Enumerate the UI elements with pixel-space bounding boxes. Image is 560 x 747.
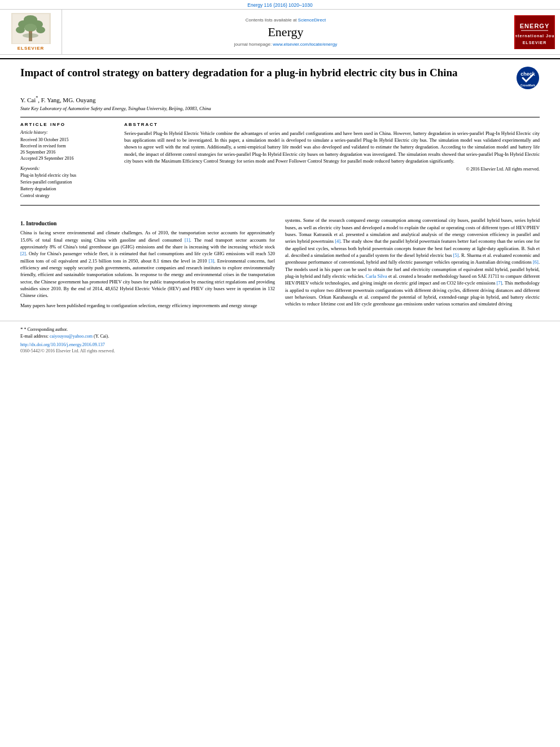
issn-line: 0360-5442/© 2016 Elsevier Ltd. All right… bbox=[20, 348, 540, 353]
keywords-label: Keywords: bbox=[20, 166, 115, 171]
page: Energy 116 (2016) 1020–1030 bbox=[0, 0, 560, 357]
ref-2[interactable]: [2] bbox=[20, 251, 26, 256]
accepted: Accepted 29 September 2016 bbox=[20, 155, 115, 161]
svg-point-5 bbox=[24, 24, 37, 32]
elsevier-tree-image bbox=[11, 13, 51, 44]
received-1: Received 30 October 2015 bbox=[20, 137, 115, 143]
right-para-1: systems. Some of the research compared e… bbox=[285, 217, 540, 307]
body-content: 1. Introduction China is facing severe e… bbox=[0, 217, 560, 318]
homepage-label: journal homepage: bbox=[234, 42, 272, 47]
journal-center: Contents lists available at ScienceDirec… bbox=[62, 10, 509, 54]
svg-text:ENERGY: ENERGY bbox=[520, 23, 549, 29]
email-line: E-mail address: caiyouyou@yahoo.com (Y. … bbox=[20, 333, 540, 340]
elsevier-logo: ELSEVIER bbox=[0, 10, 62, 54]
divider-1 bbox=[20, 117, 540, 117]
affiliation: State Key Laboratory of Automotive Safet… bbox=[20, 106, 540, 111]
email-name: (Y. Cai). bbox=[94, 334, 109, 339]
crossmark-badge[interactable]: check CrossMark bbox=[516, 66, 540, 90]
revised-date: 26 September 2016 bbox=[20, 149, 115, 155]
svg-text:ELSEVIER: ELSEVIER bbox=[523, 41, 547, 45]
article-info-header: ARTICLE INFO bbox=[20, 122, 115, 127]
keyword-1: Plug-in hybrid electric city bus bbox=[20, 172, 115, 179]
history-label: Article history: bbox=[20, 130, 115, 135]
journal-banner: ELSEVIER Contents lists available at Sci… bbox=[0, 9, 560, 55]
journal-header: Energy 116 (2016) 1020–1030 bbox=[0, 0, 560, 59]
journal-name-banner: Energy bbox=[268, 25, 303, 40]
carla-silva-link[interactable]: Carla Silva bbox=[366, 273, 387, 279]
left-para-2: Many papers have been published regardin… bbox=[20, 302, 275, 309]
svg-text:An International Journal: An International Journal bbox=[515, 34, 554, 38]
article-info-col: ARTICLE INFO Article history: Received 3… bbox=[20, 122, 115, 200]
elsevier-brand-text: ELSEVIER bbox=[18, 46, 45, 51]
elsevier-tree-svg bbox=[12, 14, 49, 43]
ref-6[interactable]: [6] bbox=[533, 259, 539, 265]
revised-label: Received in revised form bbox=[20, 143, 115, 149]
article-content: Impact of control strategy on battery de… bbox=[0, 59, 560, 217]
journal-logo-right: ENERGY An International Journal ELSEVIER bbox=[509, 10, 560, 54]
body-left-col: 1. Introduction China is facing severe e… bbox=[20, 217, 275, 311]
keyword-3: Battery degradation bbox=[20, 186, 115, 193]
svg-text:CrossMark: CrossMark bbox=[520, 84, 535, 87]
body-right-col: systems. Some of the research compared e… bbox=[285, 217, 540, 311]
authors: Y. Cai*, F. Yang, MG. Ouyang bbox=[20, 95, 540, 103]
body-left-text: China is facing severe environmental and… bbox=[20, 229, 275, 308]
corresponding-author-note: * * Corresponding author. bbox=[20, 326, 540, 334]
svg-point-6 bbox=[36, 27, 45, 33]
corresponding-label: * Corresponding author. bbox=[24, 327, 68, 332]
abstract-header: ABSTRACT bbox=[124, 122, 540, 127]
keywords-section: Keywords: Plug-in hybrid electric city b… bbox=[20, 166, 115, 199]
article-title-row: Impact of control strategy on battery de… bbox=[20, 66, 540, 90]
doi-footer: http://dx.doi.org/10.1016/j.energy.2016.… bbox=[20, 342, 540, 347]
abstract-col: ABSTRACT Series-parallel Plug-In Hybrid … bbox=[124, 122, 540, 200]
authors-text: Y. Cai*, F. Yang, MG. Ouyang bbox=[20, 97, 95, 103]
energy-logo-box: ENERGY An International Journal ELSEVIER bbox=[514, 15, 555, 49]
abstract-text: Series-parallel Plug-In Hybrid Electric … bbox=[124, 130, 540, 165]
ref-3[interactable]: [3] bbox=[209, 258, 215, 264]
energy-logo-svg: ENERGY An International Journal ELSEVIER bbox=[515, 16, 554, 49]
section1-title: 1. Introduction bbox=[20, 220, 275, 226]
article-title-text: Impact of control strategy on battery de… bbox=[20, 66, 516, 80]
email-address[interactable]: caiyouyou@yahoo.com bbox=[50, 334, 93, 339]
contents-label: Contents lists available at bbox=[246, 18, 297, 23]
article-meta-row: ARTICLE INFO Article history: Received 3… bbox=[20, 122, 540, 200]
keyword-2: Series-parallel configuration bbox=[20, 179, 115, 186]
divider-2 bbox=[20, 205, 540, 206]
article-footer: * * Corresponding author. E-mail address… bbox=[0, 321, 560, 357]
doi-url[interactable]: http://dx.doi.org/10.1016/j.energy.2016.… bbox=[20, 342, 105, 347]
ref-1[interactable]: [1] bbox=[185, 237, 190, 243]
keyword-4: Control strategy bbox=[20, 193, 115, 199]
doi-line: Energy 116 (2016) 1020–1030 bbox=[0, 0, 560, 9]
svg-point-8 bbox=[23, 33, 38, 38]
footnote-star: * bbox=[20, 326, 23, 332]
sciencedirect-link[interactable]: ScienceDirect bbox=[298, 18, 326, 23]
left-para-1: China is facing severe environmental and… bbox=[20, 229, 275, 299]
journal-homepage-line: journal homepage: www.elsevier.com/locat… bbox=[234, 42, 337, 47]
contents-line: Contents lists available at ScienceDirec… bbox=[246, 18, 326, 23]
body-right-text: systems. Some of the research compared e… bbox=[285, 217, 540, 307]
homepage-url[interactable]: www.elsevier.com/locate/energy bbox=[273, 42, 337, 47]
email-label: E-mail address: bbox=[20, 334, 49, 339]
ref-4[interactable]: [4] bbox=[335, 238, 340, 244]
ref-7[interactable]: [7] bbox=[497, 280, 502, 286]
crossmark-svg: check CrossMark bbox=[516, 66, 540, 90]
copyright-line: © 2016 Elsevier Ltd. All rights reserved… bbox=[124, 167, 540, 172]
ref-5[interactable]: [5] bbox=[453, 252, 459, 258]
svg-point-4 bbox=[16, 27, 25, 33]
